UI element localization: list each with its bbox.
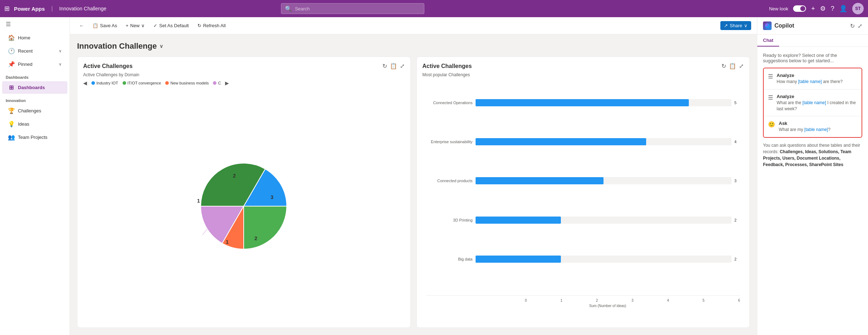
help-icon[interactable]: ?	[831, 5, 834, 13]
suggestion-link-0[interactable]: [table name]	[798, 79, 822, 84]
new-button[interactable]: + New ∨	[122, 21, 149, 30]
suggestion-text-0: How many [table name] are there?	[777, 79, 857, 85]
bar-label-3: 3D Printing	[426, 218, 473, 222]
search-box[interactable]: 🔍	[281, 3, 424, 14]
chart-icons-pie: ↻ 📋 ⤢	[382, 63, 405, 69]
legend-item-3: C	[213, 81, 221, 85]
bar-value-4: 2	[734, 257, 740, 261]
share-dropdown-icon: ∨	[744, 23, 748, 28]
share-label: Share	[730, 23, 742, 28]
sidebar-item-team-projects[interactable]: 👥 Team Projects	[2, 131, 67, 144]
sidebar-item-pinned[interactable]: 📌 Pinned ∨	[2, 58, 67, 71]
sidebar-item-label-recent: Recent	[18, 48, 33, 54]
new-icon: +	[126, 23, 129, 28]
suggestion-label-2: Ask	[779, 121, 857, 126]
share-button[interactable]: ↗ Share ∨	[720, 21, 751, 30]
refresh-all-button[interactable]: ↻ Refresh All	[194, 21, 229, 30]
suggestion-link-1[interactable]: [table name]	[802, 100, 826, 105]
dashboard-area: Innovation Challenge ∨ Active Challenges…	[70, 34, 757, 335]
copilot-tab-chat[interactable]: Chat	[757, 35, 779, 47]
bar-track-1	[476, 138, 732, 145]
chart-header-pie: Active Challenges ↻ 📋 ⤢	[83, 63, 405, 69]
copilot-body: Ready to explore? Select one of the sugg…	[757, 47, 868, 335]
new-look-toggle[interactable]	[793, 5, 806, 12]
new-label: New	[130, 23, 139, 28]
page-title-dropdown-icon[interactable]: ∨	[159, 43, 163, 49]
copilot-tabs: Chat	[757, 35, 868, 47]
content-area: ← 📋 Save As + New ∨ ✓ Set As Default ↻ R…	[70, 17, 757, 335]
bar-value-0: 5	[734, 101, 740, 105]
sidebar-item-challenges[interactable]: 🏆 Challenges	[2, 105, 67, 117]
chart-card-bar: Active Challenges ↻ 📋 ⤢ Most popular Cha…	[416, 57, 750, 328]
new-dropdown-icon: ∨	[141, 23, 145, 28]
bar-fill-2	[476, 177, 604, 184]
chart-title-bar: Active Challenges	[423, 63, 472, 69]
suggestion-link-2[interactable]: [table name]	[804, 127, 828, 132]
suggestion-card: ☰ Analyze How many [table name] are ther…	[763, 68, 862, 138]
suggestion-item-2[interactable]: 🙂 Ask What are my [table name]?	[764, 116, 862, 137]
suggestion-text-2: What are my [table name]?	[779, 127, 857, 133]
copilot-header: Copilot ↻ ⤢	[757, 17, 868, 35]
legend-prev-icon[interactable]: ◀	[83, 80, 87, 86]
bar-value-1: 4	[734, 140, 740, 144]
sidebar-item-label-ideas: Ideas	[18, 121, 29, 127]
sidebar-item-dashboards[interactable]: ⊞ Dashboards	[2, 81, 67, 94]
svg-text:1: 1	[197, 198, 200, 204]
plus-icon[interactable]: +	[811, 5, 815, 13]
grid-icon[interactable]: ⊞	[4, 5, 10, 13]
pie-chart-container: 3 2 1 1 2	[83, 90, 405, 322]
sidebar-item-label-dashboards: Dashboards	[18, 85, 45, 90]
chart-refresh-button-bar[interactable]: ↻	[721, 63, 726, 69]
chart-export-button-pie[interactable]: 📋	[390, 63, 397, 69]
nav-divider: |	[51, 5, 53, 12]
home-icon: 🏠	[8, 34, 14, 41]
bar-fill-4	[476, 256, 561, 263]
refresh-all-label: Refresh All	[203, 23, 226, 28]
bar-track-3	[476, 217, 732, 224]
svg-point-6	[765, 23, 770, 28]
axis-tick-5: 5	[702, 298, 705, 302]
suggestion-analyze-icon-1: ☰	[768, 94, 773, 101]
axis-tick-6: 6	[738, 298, 740, 302]
top-nav: ⊞ Power Apps | Innovation Challenge 🔍 Ne…	[0, 0, 868, 17]
axis-tick-3: 3	[631, 298, 634, 302]
save-as-label: Save As	[100, 23, 117, 28]
pie-legend: ◀ Industry IOT IT/OT convergence New bus…	[83, 80, 405, 86]
sidebar-item-label-challenges: Challenges	[18, 108, 41, 113]
avatar[interactable]: ST	[852, 3, 864, 14]
chart-expand-button-bar[interactable]: ⤢	[739, 63, 744, 69]
suggestion-item-1[interactable]: ☰ Analyze What are the [table name] I cr…	[764, 89, 862, 117]
chart-expand-button-pie[interactable]: ⤢	[400, 63, 405, 69]
save-as-button[interactable]: 📋 Save As	[89, 21, 121, 30]
copilot-logo	[763, 21, 772, 30]
copilot-title-text: Copilot	[774, 23, 794, 29]
people-icon[interactable]: 👤	[839, 5, 847, 13]
search-input[interactable]	[295, 6, 420, 11]
share-icon: ↗	[724, 23, 728, 28]
settings-icon[interactable]: ⚙	[820, 5, 826, 13]
sidebar-item-home[interactable]: 🏠 Home	[2, 31, 67, 44]
main-layout: ☰ 🏠 Home 🕐 Recent ∨ 📌 Pinned ∨ Dashboard…	[0, 17, 868, 335]
sidebar-item-recent[interactable]: 🕐 Recent ∨	[2, 45, 67, 57]
challenges-icon: 🏆	[8, 107, 14, 114]
sidebar-collapse-button[interactable]: ☰	[0, 17, 70, 31]
bar-fill-3	[476, 217, 561, 224]
app-name: Power Apps	[14, 6, 45, 12]
legend-next-icon[interactable]: ▶	[225, 80, 229, 86]
page-title: Innovation Challenge ∨	[77, 42, 750, 51]
back-button[interactable]: ←	[76, 21, 87, 30]
chart-refresh-button-pie[interactable]: ↻	[382, 63, 387, 69]
copilot-popout-button[interactable]: ⤢	[858, 23, 862, 29]
suggestion-item-0[interactable]: ☰ Analyze How many [table name] are ther…	[764, 68, 862, 89]
bar-label-0: Connected Operations	[426, 101, 473, 105]
chart-header-bar: Active Challenges ↻ 📋 ⤢	[423, 63, 744, 69]
copilot-refresh-button[interactable]: ↻	[850, 23, 855, 29]
team-projects-icon: 👥	[8, 134, 14, 141]
chart-card-pie: Active Challenges ↻ 📋 ⤢ Active Challenge…	[77, 57, 411, 328]
sidebar-item-ideas[interactable]: 💡 Ideas	[2, 118, 67, 130]
recent-expand-icon: ∨	[59, 49, 62, 53]
legend-item-2: New business models	[165, 81, 209, 85]
chart-export-button-bar[interactable]: 📋	[729, 63, 736, 69]
set-default-button[interactable]: ✓ Set As Default	[150, 21, 192, 30]
svg-text:1: 1	[226, 239, 229, 245]
